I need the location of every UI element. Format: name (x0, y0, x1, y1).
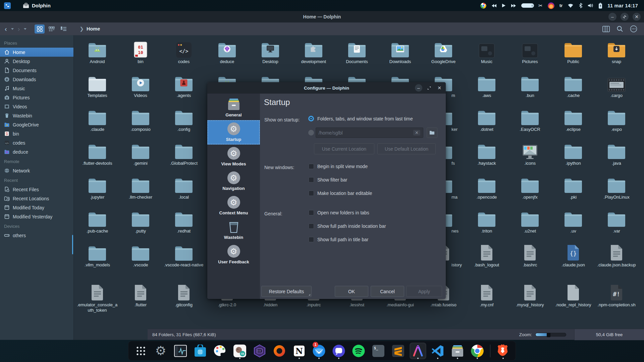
sidebar-item-recent-files[interactable]: Recent Files (0, 185, 73, 194)
zoom-slider-handle[interactable] (547, 333, 550, 337)
checkbox-full-path-location[interactable]: Show full path inside location bar (309, 223, 386, 229)
folder-item[interactable]: Videos (120, 72, 161, 98)
file-item[interactable]: .mysql_history (509, 282, 551, 308)
folder-item[interactable]: .pki (552, 174, 594, 200)
dock-notion-icon[interactable]: N (292, 343, 306, 359)
folder-item[interactable]: deduce (206, 39, 248, 64)
battery-icon[interactable] (598, 3, 602, 9)
file-item[interactable]: .bash_logout (466, 242, 507, 268)
folder-item[interactable]: .vscode (120, 242, 161, 268)
radio-last-time[interactable]: Folders, tabs, and window state from las… (308, 116, 413, 121)
dock-file-cabinet-icon[interactable] (450, 343, 465, 359)
media-forward-icon[interactable] (511, 4, 516, 8)
chrome-icon[interactable] (480, 3, 486, 9)
media-rewind-icon[interactable] (491, 4, 497, 8)
sidebar-item-wastebin[interactable]: Wastebin (0, 111, 73, 120)
file-item[interactable]: .node_repl_history (552, 282, 594, 308)
folder-item[interactable]: .openjfx (509, 174, 551, 200)
dialog-category-general[interactable]: General (207, 96, 260, 120)
folder-item[interactable]: .haystack (466, 140, 507, 166)
folder-item[interactable]: .eclipse (552, 106, 594, 132)
sidebar-item-home[interactable]: Home (0, 48, 73, 57)
folder-item[interactable]: Public (552, 39, 594, 64)
sidebar-item-modified-today[interactable]: Modified Today (0, 203, 73, 212)
file-item[interactable]: .claude.json.backup (596, 242, 637, 268)
dock-brave-icon[interactable] (496, 343, 510, 359)
dialog-category-wastebin[interactable]: Wastebin (207, 218, 260, 243)
sidebar-item-desktop[interactable]: Desktop (0, 57, 73, 66)
folder-item[interactable]: .expo (596, 106, 637, 132)
folder-item[interactable]: .redhat (163, 208, 205, 234)
radio-unselected-icon[interactable] (308, 130, 314, 136)
dock-chrome-icon[interactable] (470, 343, 484, 359)
sidebar-item-recent-locations[interactable]: Recent Locations (0, 194, 73, 203)
startup-location-input[interactable]: /home/sglbl ✕ (316, 127, 423, 138)
checkbox-folders-in-tabs[interactable]: Open new folders in tabs (309, 210, 369, 215)
radio-selected-icon[interactable] (308, 116, 314, 121)
folder-item[interactable]: .aws (466, 72, 507, 98)
radio-custom-location[interactable] (308, 130, 314, 136)
sidebar-item-documents[interactable]: Documents (0, 66, 73, 75)
folder-item[interactable]: .pub-cache (76, 208, 118, 234)
sidebar-item-bin[interactable]: 0110bin (0, 129, 73, 138)
folder-item[interactable]: .agents (163, 72, 205, 98)
folder-item[interactable]: .vscode-react-native (163, 242, 205, 268)
browse-folder-button[interactable] (427, 127, 437, 138)
folder-item[interactable]: .config (163, 106, 205, 132)
sidebar-item-others[interactable]: others (0, 231, 73, 240)
dock-vscode-icon[interactable] (431, 343, 445, 359)
panel-app-menu[interactable]: Dolphin (23, 3, 51, 9)
folder-item[interactable]: .java (596, 140, 637, 166)
folder-item[interactable]: .ipython (552, 140, 594, 166)
folder-item[interactable]: .vllm_models (76, 242, 118, 268)
use-default-location-button[interactable]: Use Default Location (377, 143, 436, 154)
sidebar-item-modified-yesterday[interactable]: Modified Yesterday (0, 212, 73, 221)
breadcrumb[interactable]: ❯ Home (79, 26, 100, 32)
checkbox-full-path-title[interactable]: Show full path in title bar (309, 237, 369, 242)
dock-spotify-icon[interactable] (352, 343, 366, 359)
wifi-icon[interactable] (568, 3, 574, 8)
folder-item[interactable]: .var (596, 208, 637, 234)
sidebar-item-music[interactable]: Music (0, 84, 73, 93)
file-item[interactable]: #! .npm-completion.sh (596, 282, 637, 308)
dock-navigator-a-icon[interactable] (411, 343, 425, 359)
sidebar-item-downloads[interactable]: Downloads (0, 75, 73, 84)
dock-terminal-icon[interactable]: $_ (371, 343, 385, 359)
folder-item[interactable]: .cache (552, 72, 594, 98)
dialog-titlebar[interactable]: Configure — Dolphin – ✕ (207, 82, 446, 94)
file-item[interactable]: .flutter (120, 282, 161, 308)
folder-item[interactable]: Downloads (379, 39, 421, 64)
folder-item[interactable]: .triton (466, 208, 507, 234)
folder-item[interactable]: .local (163, 174, 205, 200)
use-current-location-button[interactable]: Use Current Location (314, 143, 374, 154)
folder-item[interactable]: .u2net (509, 208, 551, 234)
dialog-category-view-modes[interactable]: ⚙View Modes (207, 145, 260, 169)
zoom-slider[interactable] (535, 333, 566, 337)
keyboard-layout[interactable]: tr (559, 3, 562, 8)
checkbox-icon[interactable] (309, 164, 314, 169)
checkbox-icon[interactable] (309, 223, 314, 229)
sidebar-item-deduce[interactable]: deduce (0, 147, 73, 156)
dialog-category-context-menu[interactable]: ⚙Context Menu (207, 194, 260, 218)
sidebar-item-googledrive[interactable]: GoogleDrive (0, 120, 73, 129)
hamburger-menu-icon[interactable] (630, 25, 637, 33)
sidebar-item-network[interactable]: Network (0, 166, 73, 175)
sidebar-item-videos[interactable]: Videos (0, 102, 73, 111)
flame-icon[interactable] (548, 2, 554, 9)
back-button[interactable]: ‹ (4, 25, 8, 32)
bluetooth-icon[interactable] (579, 3, 583, 8)
forward-history-dropdown-icon[interactable] (24, 28, 26, 30)
folder-item[interactable]: .icons (509, 140, 551, 166)
dock-app-grid-icon[interactable] (134, 343, 148, 359)
slider-pill[interactable] (521, 3, 533, 8)
folder-item[interactable]: .EasyOCR (509, 106, 551, 132)
minimize-button[interactable]: – (608, 13, 616, 21)
dialog-category-navigation[interactable]: ⚙Navigation (207, 169, 260, 194)
folder-item[interactable]: .composio (120, 106, 161, 132)
folder-item[interactable]: .flutter-devtools (76, 140, 118, 166)
folder-item[interactable]: .jupyter (76, 174, 118, 200)
ok-button[interactable]: OK (335, 286, 368, 297)
file-item[interactable]: {} .claude.json (552, 242, 594, 268)
folder-item[interactable]: .cargo (596, 72, 637, 98)
dock-signal-icon[interactable] (332, 343, 346, 359)
